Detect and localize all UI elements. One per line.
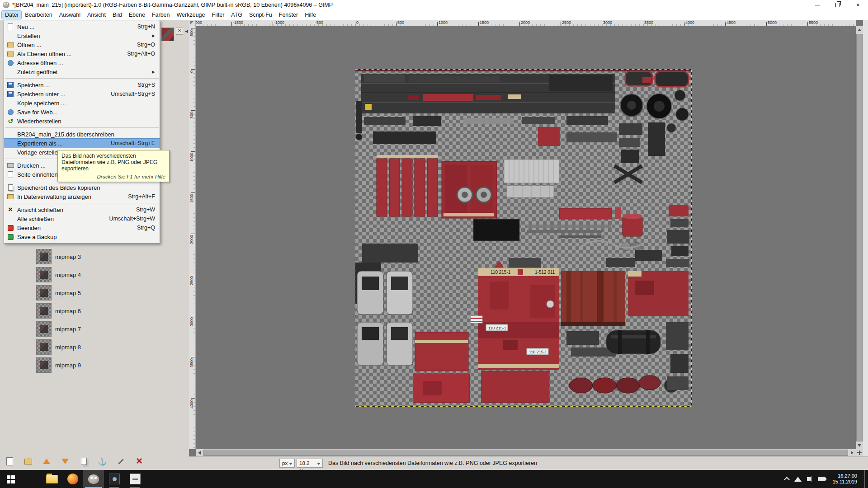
file-menu-item[interactable]: Adresse öffnen ... <box>4 58 160 67</box>
ruler-tick <box>684 22 684 26</box>
new-group-button[interactable] <box>22 455 34 467</box>
file-menu-item[interactable]: Zuletzt geöffnet▶ <box>4 67 160 76</box>
menu-item-label: Als Ebenen öffnen ... <box>17 51 124 57</box>
duplicate-layer-button[interactable] <box>78 455 90 467</box>
ruler-number: 3500 <box>189 358 194 367</box>
menubar-item-ebene[interactable]: Ebene <box>126 11 148 19</box>
menubar-item-auswahl[interactable]: Auswahl <box>56 11 84 19</box>
taskbar-file-explorer-button[interactable] <box>42 470 62 488</box>
minimize-button[interactable] <box>807 0 827 10</box>
menubar-item-hilfe[interactable]: Hilfe <box>302 11 319 19</box>
file-menu-item[interactable]: In Dateiverwaltung anzeigenStrg+Alt+F <box>4 192 160 201</box>
taskbar-photos-button[interactable] <box>104 470 125 488</box>
layer-thumbnail <box>36 357 52 373</box>
scroll-left-icon[interactable] <box>196 449 203 456</box>
menubar-item-ansicht[interactable]: Ansicht <box>84 11 109 19</box>
menubar-item-bild[interactable]: Bild <box>109 11 125 19</box>
file-menu-item[interactable]: Als Ebenen öffnen ...Strg+Alt+O <box>4 49 160 58</box>
page-setup-icon <box>7 171 14 178</box>
navigation-preview-button[interactable] <box>856 449 863 456</box>
dock-tab-close-icon[interactable]: ✕ <box>176 28 183 35</box>
menubar-item-werkzeuge[interactable]: Werkzeuge <box>174 11 208 19</box>
photos-icon <box>109 474 120 484</box>
ruler-corner-button[interactable] <box>189 20 196 26</box>
layer-row[interactable]: mipmap 5 <box>0 284 189 302</box>
new-layer-button[interactable] <box>4 455 15 467</box>
image-viewport[interactable]: 110 215-1 1-512 011 110 215-1 110 215-1 <box>196 26 856 449</box>
layer-label: mipmap 4 <box>55 272 81 278</box>
layer-row[interactable]: mipmap 7 <box>0 320 189 338</box>
menubar-item-fenster[interactable]: Fenster <box>276 11 301 19</box>
file-menu-item[interactable]: Alle schließenUmschalt+Strg+W <box>4 214 160 223</box>
delete-layer-button[interactable] <box>133 455 145 467</box>
ruler-number: 3500 <box>644 20 653 25</box>
layer-row[interactable]: mipmap 6 <box>0 302 189 320</box>
menubar-item-scriptfu[interactable]: Script-Fu <box>246 11 275 19</box>
scroll-right-icon[interactable] <box>849 449 856 456</box>
anchor-layer-button[interactable] <box>96 455 108 467</box>
file-menu-item[interactable]: Erstellen▶ <box>4 31 160 40</box>
menubar-item-bearbeiten[interactable]: Bearbeiten <box>22 11 55 19</box>
file-menu-item[interactable]: Speichern unter ...Umschalt+Strg+S <box>4 89 160 99</box>
tooltip-hint: Drücken Sie F1 für mehr Hilfe <box>61 174 165 179</box>
file-menu-item[interactable]: Speicherort des Bildes kopieren <box>4 183 160 192</box>
submenu-arrow-icon: ▶ <box>152 33 155 38</box>
vertical-scrollbar[interactable] <box>856 26 863 449</box>
lower-layer-button[interactable] <box>59 455 71 467</box>
menubar-item-atg[interactable]: ATG <box>228 11 245 19</box>
taskbar-firefox-button[interactable] <box>62 470 83 488</box>
scroll-up-icon[interactable] <box>856 26 863 33</box>
horizontal-scroll-thumb[interactable] <box>203 450 848 456</box>
file-menu-item[interactable]: Wiederherstellen <box>4 117 160 126</box>
canvas-area: -2000-1500-1000-500050010001500200025003… <box>189 20 868 456</box>
taskbar-clock[interactable]: 16:27:00 15.11.2019 <box>831 473 859 485</box>
layer-row[interactable]: mipmap 4 <box>0 266 189 284</box>
close-button[interactable]: × <box>848 0 868 10</box>
file-menu-item[interactable]: Ansicht schließenStrg+W <box>4 205 160 214</box>
horizontal-scrollbar[interactable] <box>196 449 856 456</box>
file-menu-item[interactable]: BR204_main_215.dds überschreiben <box>4 130 160 139</box>
taskbar-gimp-button[interactable] <box>83 470 104 488</box>
file-menu-item[interactable]: Speichern ...Strg+S <box>4 80 160 89</box>
file-menu-item[interactable]: Neu ...Strg+N <box>4 22 160 31</box>
texture-label: 110 215-1 <box>491 270 511 275</box>
raise-layer-button[interactable] <box>41 455 52 467</box>
file-menu-item[interactable]: Save for Web... <box>4 108 160 117</box>
layer-row[interactable]: mipmap 9 <box>0 356 189 374</box>
taskbar-edge-button[interactable] <box>21 470 42 488</box>
unit-select[interactable]: px <box>279 459 295 468</box>
horizontal-ruler[interactable]: -2000-1500-1000-500050010001500200025003… <box>196 20 856 26</box>
network-icon[interactable] <box>794 477 802 482</box>
hidden-icons-chevron-icon[interactable] <box>784 477 790 483</box>
layer-row[interactable]: mipmap 8 <box>0 338 189 356</box>
menu-item-label: Speicherort des Bildes kopieren <box>17 184 152 191</box>
scroll-down-icon[interactable] <box>856 442 863 449</box>
ruler-number: 500 <box>189 112 194 118</box>
battery-icon[interactable] <box>818 477 826 481</box>
texture-image[interactable]: 110 215-1 1-512 011 110 215-1 110 215-1 <box>355 69 692 407</box>
menubar-item-filter[interactable]: Filter <box>209 11 228 19</box>
restore-button[interactable] <box>827 0 848 10</box>
vertical-ruler[interactable]: -50005001000150020002500300035004000 <box>189 26 196 449</box>
file-menu-item[interactable]: Kopie speichern ... <box>4 99 160 108</box>
texture-label: 110 215-1 <box>488 326 506 330</box>
show-desktop-button[interactable] <box>864 470 867 488</box>
file-menu-item[interactable]: BeendenStrg+Q <box>4 223 160 232</box>
layers-open-icon <box>7 50 14 57</box>
vertical-scroll-thumb[interactable] <box>856 34 863 441</box>
ruler-tick <box>191 151 195 152</box>
menubar-item-datei[interactable]: Datei <box>2 11 21 19</box>
start-icon <box>7 475 10 479</box>
dock-collapse-arrow-icon[interactable]: ◀ <box>185 29 188 33</box>
volume-icon[interactable] <box>807 477 810 481</box>
zoom-select[interactable]: 18.2 % <box>297 459 323 468</box>
menubar-item-farben[interactable]: Farben <box>149 11 173 19</box>
taskbar-start-button[interactable] <box>0 470 21 488</box>
file-menu-item[interactable]: Exportieren als ...Umschalt+Strg+E <box>4 139 160 148</box>
layer-row[interactable]: mipmap 3 <box>0 248 189 266</box>
file-menu-item[interactable]: Öffnen ...Strg+O <box>4 40 160 49</box>
taskbar-image-viewer-button[interactable] <box>125 470 146 488</box>
image-tab-thumbnail[interactable] <box>161 28 174 41</box>
merge-layer-button[interactable] <box>115 455 127 467</box>
file-menu-item[interactable]: Save a Backup <box>4 232 160 241</box>
